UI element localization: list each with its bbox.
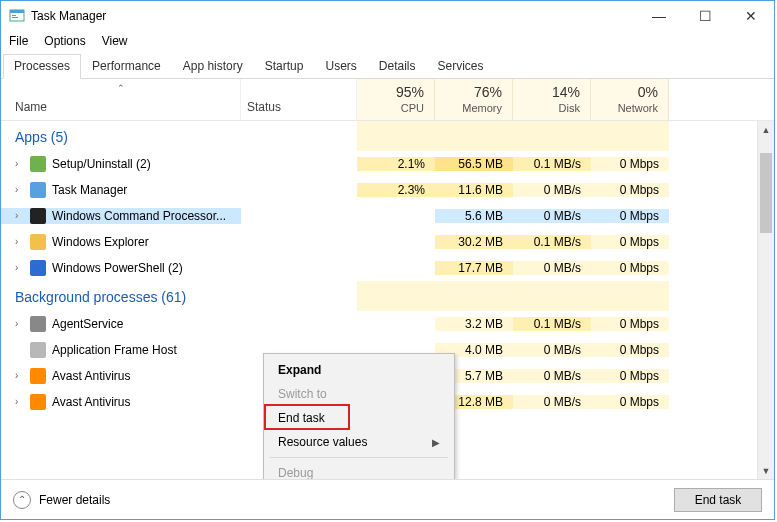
chevron-up-icon[interactable]: ⌃ bbox=[13, 491, 31, 509]
network-cell: 0 Mbps bbox=[591, 317, 669, 331]
process-icon bbox=[30, 156, 46, 172]
memory-cell: 5.6 MB bbox=[435, 209, 513, 223]
sort-indicator-icon: ⌃ bbox=[117, 83, 125, 93]
table-row[interactable]: ›AgentService3.2 MB0.1 MB/s0 Mbps bbox=[1, 311, 774, 337]
task-manager-window: Task Manager — ☐ ✕ File Options View Pro… bbox=[0, 0, 775, 520]
process-name: Setup/Uninstall (2) bbox=[52, 157, 151, 171]
tab-services[interactable]: Services bbox=[427, 54, 495, 79]
vertical-scrollbar[interactable]: ▲ ▼ bbox=[757, 121, 774, 479]
expand-chevron-icon[interactable]: › bbox=[15, 158, 24, 169]
network-cell: 0 Mbps bbox=[591, 369, 669, 383]
col-status[interactable]: Status bbox=[241, 79, 357, 120]
titlebar: Task Manager — ☐ ✕ bbox=[1, 1, 774, 31]
expand-chevron-icon[interactable]: › bbox=[15, 210, 24, 221]
network-label: Network bbox=[618, 102, 658, 114]
process-name-cell[interactable]: ›AgentService bbox=[1, 316, 241, 332]
fewer-details-link[interactable]: Fewer details bbox=[39, 493, 110, 507]
table-row[interactable]: ›Task Manager2.3%11.6 MB0 MB/s0 Mbps bbox=[1, 177, 774, 203]
network-pct: 0% bbox=[638, 84, 658, 100]
tabs: Processes Performance App history Startu… bbox=[1, 53, 774, 79]
group-metric-cell bbox=[513, 281, 591, 311]
group-header[interactable]: Apps (5) bbox=[1, 121, 357, 151]
menu-view[interactable]: View bbox=[102, 34, 128, 48]
disk-label: Disk bbox=[559, 102, 580, 114]
disk-cell: 0 MB/s bbox=[513, 369, 591, 383]
table-row[interactable]: ›Windows Explorer30.2 MB0.1 MB/s0 Mbps bbox=[1, 229, 774, 255]
menu-item-resource-values[interactable]: Resource values▶ bbox=[266, 430, 452, 454]
process-name-cell[interactable]: ›Windows Explorer bbox=[1, 234, 241, 250]
col-memory[interactable]: 76% Memory bbox=[435, 79, 513, 120]
expand-chevron-icon[interactable]: › bbox=[15, 370, 24, 381]
tab-startup[interactable]: Startup bbox=[254, 54, 315, 79]
disk-cell: 0 MB/s bbox=[513, 395, 591, 409]
menu-item-expand[interactable]: Expand bbox=[266, 358, 452, 382]
col-disk[interactable]: 14% Disk bbox=[513, 79, 591, 120]
process-name: Avast Antivirus bbox=[52, 395, 130, 409]
tab-processes[interactable]: Processes bbox=[3, 54, 81, 79]
process-name-cell[interactable]: ›Windows PowerShell (2) bbox=[1, 260, 241, 276]
expand-chevron-icon[interactable]: › bbox=[15, 262, 24, 273]
disk-cell: 0.1 MB/s bbox=[513, 235, 591, 249]
group-metric-cell bbox=[357, 121, 435, 151]
expand-chevron-icon[interactable]: › bbox=[15, 396, 24, 407]
process-name-cell[interactable]: Application Frame Host bbox=[1, 342, 241, 358]
network-cell: 0 Mbps bbox=[591, 235, 669, 249]
tab-performance[interactable]: Performance bbox=[81, 54, 172, 79]
memory-cell: 3.2 MB bbox=[435, 317, 513, 331]
maximize-button[interactable]: ☐ bbox=[682, 1, 728, 31]
col-network[interactable]: 0% Network bbox=[591, 79, 669, 120]
end-task-button[interactable]: End task bbox=[674, 488, 762, 512]
table-row[interactable]: ›Setup/Uninstall (2)2.1%56.5 MB0.1 MB/s0… bbox=[1, 151, 774, 177]
svg-rect-1 bbox=[10, 10, 24, 13]
process-name-cell[interactable]: ›Task Manager bbox=[1, 182, 241, 198]
process-icon bbox=[30, 316, 46, 332]
expand-chevron-icon[interactable]: › bbox=[15, 318, 24, 329]
window-title: Task Manager bbox=[31, 9, 106, 23]
close-button[interactable]: ✕ bbox=[728, 1, 774, 31]
tab-users[interactable]: Users bbox=[314, 54, 367, 79]
col-name[interactable]: ⌃ Name bbox=[1, 79, 241, 120]
tab-details[interactable]: Details bbox=[368, 54, 427, 79]
expand-chevron-icon[interactable]: › bbox=[15, 184, 24, 195]
table-row[interactable]: ›Windows Command Processor...5.6 MB0 MB/… bbox=[1, 203, 774, 229]
menu-options[interactable]: Options bbox=[44, 34, 85, 48]
memory-cell: 11.6 MB bbox=[435, 183, 513, 197]
col-status-label: Status bbox=[247, 100, 281, 114]
process-name: Task Manager bbox=[52, 183, 127, 197]
expand-chevron-icon[interactable]: › bbox=[15, 236, 24, 247]
col-cpu[interactable]: 95% CPU bbox=[357, 79, 435, 120]
network-cell: 0 Mbps bbox=[591, 395, 669, 409]
process-name-cell[interactable]: ›Windows Command Processor... bbox=[1, 208, 241, 224]
menu-separator bbox=[270, 457, 448, 458]
svg-rect-2 bbox=[12, 15, 16, 16]
process-name-cell[interactable]: ›Avast Antivirus bbox=[1, 394, 241, 410]
process-name: Avast Antivirus bbox=[52, 369, 130, 383]
menu-item-label: Resource values bbox=[278, 435, 367, 449]
menu-file[interactable]: File bbox=[9, 34, 28, 48]
menu-item-label: Expand bbox=[278, 363, 321, 377]
process-name-cell[interactable]: ›Avast Antivirus bbox=[1, 368, 241, 384]
context-menu: ExpandSwitch toEnd taskResource values▶D… bbox=[263, 353, 455, 479]
column-headers: ⌃ Name Status 95% CPU 76% Memory 14% Dis… bbox=[1, 79, 774, 121]
group-metric-cell bbox=[591, 121, 669, 151]
scroll-up-icon[interactable]: ▲ bbox=[758, 121, 774, 138]
process-name: Windows Explorer bbox=[52, 235, 149, 249]
group-header[interactable]: Background processes (61) bbox=[1, 281, 357, 311]
group-metric-cell bbox=[591, 281, 669, 311]
process-name: Windows Command Processor... bbox=[52, 209, 226, 223]
scrollbar-thumb[interactable] bbox=[760, 153, 772, 233]
scroll-down-icon[interactable]: ▼ bbox=[758, 462, 774, 479]
process-name: AgentService bbox=[52, 317, 123, 331]
group-metric-cell bbox=[357, 281, 435, 311]
cpu-cell: 2.3% bbox=[357, 183, 435, 197]
tab-app-history[interactable]: App history bbox=[172, 54, 254, 79]
table-row[interactable]: ›Windows PowerShell (2)17.7 MB0 MB/s0 Mb… bbox=[1, 255, 774, 281]
minimize-button[interactable]: — bbox=[636, 1, 682, 31]
process-icon bbox=[30, 394, 46, 410]
menu-item-label: Switch to bbox=[278, 387, 327, 401]
menu-item-label: End task bbox=[278, 411, 325, 425]
disk-cell: 0.1 MB/s bbox=[513, 317, 591, 331]
menu-item-end-task[interactable]: End task bbox=[266, 406, 452, 430]
memory-cell: 17.7 MB bbox=[435, 261, 513, 275]
process-name-cell[interactable]: ›Setup/Uninstall (2) bbox=[1, 156, 241, 172]
